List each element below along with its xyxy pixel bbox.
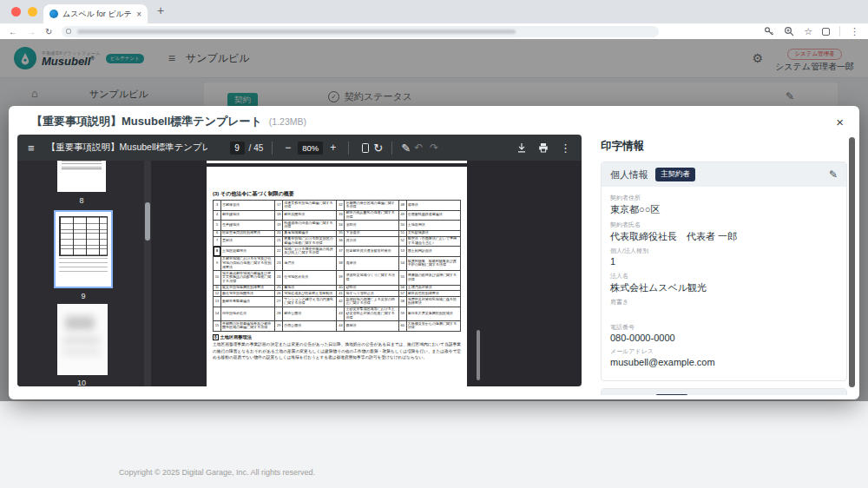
law-section-number: 8: [213, 334, 219, 340]
law-name-cell: マンションの建替え等の円滑化に関する法律: [283, 297, 337, 307]
law-name-cell: 土壌汚染対策法: [406, 285, 460, 291]
forward-icon[interactable]: →: [27, 27, 36, 36]
law-name-cell: 都市再生特別措置法: [406, 291, 460, 297]
zoom-in-icon[interactable]: +: [326, 142, 339, 154]
law-table-row: 16近畿圏の近郊整備区域及び都市開発区域の整備及び開発に関する法律30首都圏近郊…: [214, 331, 461, 332]
law-name-cell: 都市再開発法: [283, 210, 337, 221]
law-number-cell: 10: [214, 271, 221, 285]
rotate-icon[interactable]: ↻: [373, 142, 383, 155]
law-number-cell: 25: [275, 285, 283, 291]
bookmark-star-icon[interactable]: ☆: [804, 26, 812, 37]
law-name-cell: 航空法（自衛隊法において準用する場合を含む）: [406, 236, 460, 247]
copyright-footer: Copyright © 2025 Digital Garage, Inc. Al…: [0, 468, 434, 477]
download-icon[interactable]: [516, 142, 527, 153]
thumbnail-number: 10: [57, 379, 106, 386]
extensions-icon[interactable]: [822, 28, 830, 36]
edit-pencil-icon[interactable]: ✎: [829, 395, 838, 396]
field-label: 契約者住所: [610, 194, 838, 202]
print-info-title: 印字情報: [601, 139, 847, 154]
url-input[interactable]: [62, 26, 659, 37]
modal-scrollbar-thumb[interactable]: [849, 137, 855, 387]
law-section-body: 土地区画整理事業の事業計画の決定または変更の公告があった日以降、換地処分の公告が…: [213, 341, 461, 361]
field-value: 代表取締役社長 代表者 一郎: [610, 230, 838, 243]
thumbnail-page-8[interactable]: [57, 161, 106, 192]
field-row: 電話番号080-0000-0000: [610, 323, 838, 344]
reload-icon[interactable]: ↻: [45, 27, 52, 36]
law-name-cell: 地すべり等防止法: [345, 291, 398, 297]
law-number-cell: 48: [398, 201, 406, 211]
law-table-row: 14旧市街地改造法28都市公園法43土砂災害警戒区域等における土砂災害防止対策の…: [214, 307, 461, 320]
field-row: 個人/法人種別1: [610, 247, 838, 267]
thumbnail-page-10[interactable]: [57, 304, 108, 375]
page-number-input[interactable]: 9: [230, 142, 245, 155]
law-name-cell: 港湾法: [283, 256, 337, 270]
law-name-cell: 核原料物質、核燃料物質及び原子炉の規制に関する法律: [406, 256, 460, 270]
card-title: 個人情報: [610, 168, 648, 181]
minimize-window-button[interactable]: [28, 7, 37, 16]
page-scrollbar-thumb[interactable]: [477, 330, 480, 380]
law-table-row: 8土地区画整理法22地域における歴史的風致の維持及び向上に関する法律37特定都市…: [214, 247, 461, 257]
law-number-cell: 36: [337, 236, 345, 247]
zoom-level-value[interactable]: 80%: [298, 142, 323, 155]
law-number-cell: 21: [275, 236, 283, 247]
law-table-row: 13新都市基盤整備法27マンションの建替え等の円滑化に関する法律42急傾斜地の崩…: [214, 297, 461, 307]
print-icon[interactable]: [538, 142, 549, 153]
back-icon[interactable]: ←: [9, 27, 17, 36]
redo-icon[interactable]: ↷: [426, 142, 442, 154]
field-value: [610, 307, 838, 319]
law-name-cell: 河川法: [345, 236, 398, 247]
law-number-cell: 20: [275, 230, 283, 236]
previous-page-edge: [207, 161, 467, 163]
pdf-menu-icon[interactable]: ≡: [28, 142, 35, 155]
thumbnail-page-9-selected[interactable]: [54, 210, 113, 288]
law-name-cell: 急傾斜地の崩壊による災害の防止に関する法律: [345, 297, 398, 307]
law-number-cell: 3: [214, 201, 221, 211]
zoom-icon[interactable]: [784, 26, 794, 36]
pdf-more-icon[interactable]: ⋮: [560, 142, 571, 155]
password-key-icon[interactable]: [764, 26, 774, 36]
law-name-cell: 土地区画整理法: [220, 247, 274, 257]
tab-close-icon[interactable]: ×: [136, 10, 141, 19]
law-name-cell: 水防法: [345, 221, 398, 231]
law-name-cell: 国土利用計画法: [406, 247, 460, 257]
modal-close-icon[interactable]: ×: [836, 115, 844, 129]
close-window-button[interactable]: [11, 7, 21, 16]
law-table-wrap: 3古都保存法17流通業務市街地の整備に関する法律32近畿圏の保全区域の整備に関す…: [213, 200, 461, 332]
law-number-cell: 19: [275, 221, 283, 231]
url-text-redacted: [77, 30, 516, 34]
law-number-cell: 18: [275, 210, 283, 221]
law-number-cell: 45: [337, 331, 345, 332]
law-name-cell: 地方拠点都市地域の整備及び産業業務施設の再配置の促進に関する法律: [220, 271, 274, 285]
edit-pencil-icon[interactable]: ✎: [829, 168, 838, 181]
law-number-cell: 35: [337, 230, 345, 236]
law-number-cell: 24: [275, 271, 283, 285]
scrollbar-thumb[interactable]: [145, 202, 150, 241]
law-name-cell: 密集市街地における防災街区の整備の促進に関する法律: [283, 236, 337, 247]
browser-tab[interactable]: ムスベル for ビルテナント ×: [43, 4, 148, 23]
thumbnail-number: 9: [59, 292, 108, 300]
law-number-cell: 51: [398, 230, 406, 236]
law-name-cell: 新住宅市街地開発法: [220, 291, 274, 297]
new-tab-button[interactable]: +: [157, 3, 164, 17]
fit-page-icon[interactable]: [362, 143, 369, 153]
zoom-out-icon[interactable]: −: [281, 142, 294, 154]
pdf-page-area: (3) その他法令に基づく制限の概要 3古都保存法17流通業務市街地の整備に関す…: [151, 161, 582, 386]
undo-icon[interactable]: ↶: [411, 142, 426, 154]
field-row: 契約者住所東京都○○区: [610, 194, 838, 216]
pdf-viewer: ≡ 【重要事項説明】Musubell標準テンプレート 9 / 45 − 80% …: [17, 135, 582, 386]
thumbnail-rail: 8 9 10: [17, 161, 144, 386]
browser-menu-icon[interactable]: ⋮: [850, 26, 859, 37]
annotate-pen-icon[interactable]: ✎: [401, 142, 411, 155]
thumbnail-scrollbar[interactable]: [144, 161, 151, 386]
law-name-cell: 古都保存法: [220, 201, 274, 211]
print-info-panel: 印字情報 個人情報主契約者✎契約者住所東京都○○区契約者氏名代表取締役社長 代表…: [592, 135, 847, 395]
field-row: 契約者氏名代表取締役社長 代表者 一郎: [610, 221, 838, 243]
field-value: 株式会社ムスベル観光: [610, 281, 838, 294]
toolbar-divider: [272, 142, 273, 155]
law-name-cell: 宅地造成及び特定盛土等規制法: [283, 291, 337, 297]
site-info-icon[interactable]: [66, 29, 71, 34]
field-label: 電話番号: [610, 323, 838, 332]
law-number-cell: 61: [398, 331, 406, 332]
law-name-cell: 農地法: [283, 285, 337, 291]
law-name-cell: 近畿圏の近郊整備区域及び都市開発区域の整備及び開発に関する法律: [220, 331, 274, 332]
